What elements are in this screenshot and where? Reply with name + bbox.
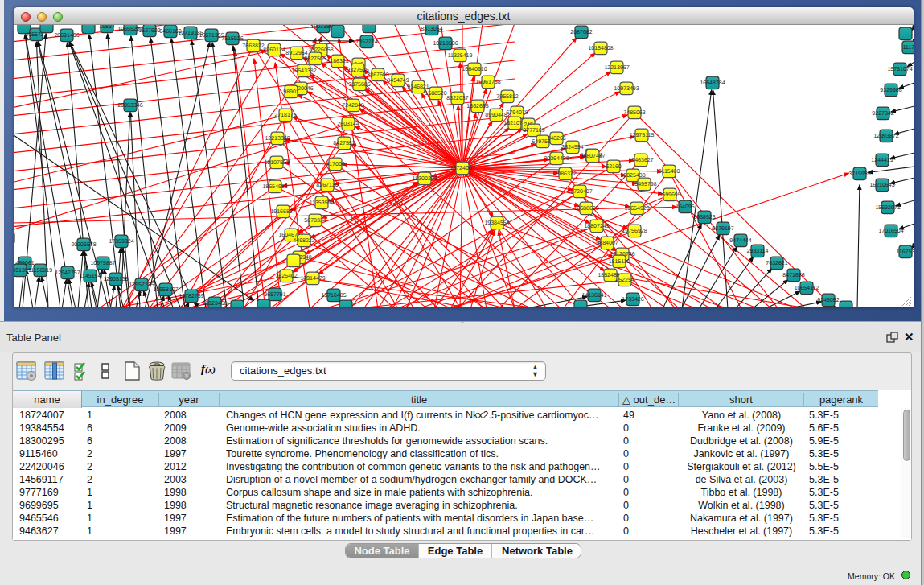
svg-text:4498222: 4498222 [293,238,314,244]
svg-text:8454749: 8454749 [387,78,409,84]
svg-text:7955812: 7955812 [496,94,518,100]
svg-text:8938923: 8938923 [693,215,715,220]
svg-text:2867608: 2867608 [367,72,388,78]
svg-text:1145194: 1145194 [80,274,101,279]
svg-text:7357224: 7357224 [355,39,377,45]
svg-text:8322037: 8322037 [446,96,468,101]
svg-text:12975115: 12975115 [630,133,655,138]
svg-text:17016504: 17016504 [878,229,903,234]
svg-text:1244419: 1244419 [871,158,893,163]
svg-text:12213369: 12213369 [265,136,290,142]
svg-text:19463627: 19463627 [628,158,653,163]
svg-text:1588520: 1588520 [425,91,446,97]
svg-text:8471676: 8471676 [782,273,804,278]
svg-text:9699695: 9699695 [659,192,680,198]
svg-text:19756928: 19756928 [622,229,647,234]
svg-text:9777169: 9777169 [523,128,544,134]
svg-text:12923468: 12923468 [202,301,227,307]
svg-text:15720407: 15720407 [567,189,592,195]
svg-text:15716485: 15716485 [321,293,346,299]
svg-text:9245052: 9245052 [817,298,839,303]
svg-text:20691406: 20691406 [54,33,79,39]
svg-text:3215955: 3215955 [848,171,870,177]
svg-text:6879197: 6879197 [712,226,733,232]
svg-text:2087682: 2087682 [570,30,592,35]
svg-text:8912954: 8912954 [285,51,307,56]
svg-text:7515526: 7515526 [221,36,243,42]
svg-text:2718176: 2718176 [274,113,296,118]
svg-text:8427552: 8427552 [333,141,355,146]
svg-text:3824554: 3824554 [561,145,583,150]
svg-text:29053346: 29053346 [117,103,142,109]
svg-text:15495798: 15495798 [631,182,656,187]
svg-text:3875685: 3875685 [348,82,370,88]
svg-text:11325419: 11325419 [448,53,473,59]
svg-text:1117: 1117 [903,45,914,51]
svg-text:10975887: 10975887 [90,261,115,266]
svg-text:10218506: 10218506 [433,41,458,47]
svg-text:746266: 746266 [547,136,565,142]
svg-text:7632621: 7632621 [766,261,787,266]
svg-text:18654985: 18654985 [262,184,287,190]
svg-text:10973493: 10973493 [614,86,639,92]
svg-text:16914479: 16914479 [300,276,325,282]
svg-text:7625402: 7625402 [275,274,297,279]
svg-text:11353594: 11353594 [310,200,335,206]
svg-text:1815112: 1815112 [609,259,630,265]
svg-text:2603144: 2603144 [337,122,359,127]
svg-text:15751074: 15751074 [887,67,912,72]
svg-text:9115460: 9115460 [659,169,680,175]
svg-text:164095: 164095 [676,204,694,210]
svg-text:9227342: 9227342 [872,111,893,117]
svg-text:7663822: 7663822 [242,43,264,49]
svg-text:12093872: 12093872 [873,134,898,139]
svg-text:5878334: 5878334 [304,218,326,224]
svg-text:16782759: 16782759 [179,294,203,299]
svg-text:11156819: 11156819 [28,268,52,274]
svg-text:16648784: 16648784 [700,80,725,86]
svg-text:16543382: 16543382 [291,68,316,74]
svg-text:17359924: 17359924 [109,239,133,245]
svg-text:12213967: 12213967 [604,65,629,71]
svg-text:1527602: 1527602 [138,28,160,34]
svg-text:62160: 62160 [606,164,622,170]
svg-text:10154808: 10154808 [588,46,613,51]
svg-text:417006: 417006 [326,162,344,167]
svg-text:6794078: 6794078 [506,110,528,116]
svg-text:16671355: 16671355 [199,33,224,39]
svg-text:18300295: 18300295 [412,176,437,182]
svg-text:16961758: 16961758 [475,80,500,85]
svg-text:10807487: 10807487 [580,154,605,159]
svg-text:8960124: 8960124 [263,47,285,53]
svg-text:98901: 98901 [283,89,299,95]
svg-text:10688609: 10688609 [573,206,598,212]
svg-text:9884067: 9884067 [596,241,618,246]
svg-text:8990448: 8990448 [485,113,507,118]
svg-text:17957225: 17957225 [129,282,154,288]
svg-text:19384554: 19384554 [484,220,509,226]
svg-text:10958107: 10958107 [153,287,178,293]
svg-text:19166827: 19166827 [270,209,295,215]
svg-text:7485063: 7485063 [623,110,645,116]
svg-text:10107553: 10107553 [264,160,289,166]
svg-text:16210643: 16210643 [869,183,894,188]
svg-text:7242848: 7242848 [342,103,363,109]
svg-text:8267130: 8267130 [316,183,338,188]
svg-text:39139: 39139 [14,268,28,274]
svg-text:2933114: 2933114 [747,249,769,254]
svg-text:18807249: 18807249 [584,224,609,229]
svg-text:7986372: 7986372 [554,171,576,177]
svg-text:116753: 116753 [897,249,914,255]
svg-text:15692971: 15692971 [875,205,900,211]
svg-text:8186323: 8186323 [326,59,348,64]
svg-text:9474444: 9474444 [729,238,751,244]
svg-text:16640910: 16640910 [462,67,487,72]
svg-text:12905135: 12905135 [103,277,128,282]
svg-text:10654112: 10654112 [795,286,819,291]
svg-text:1733426: 1733426 [622,297,643,303]
svg-text:9657791: 9657791 [264,292,285,298]
svg-text:9327505: 9327505 [347,68,368,73]
svg-text:19654923: 19654923 [624,206,649,212]
svg-text:12942757: 12942757 [55,270,80,276]
svg-text:20364436: 20364436 [544,156,569,162]
